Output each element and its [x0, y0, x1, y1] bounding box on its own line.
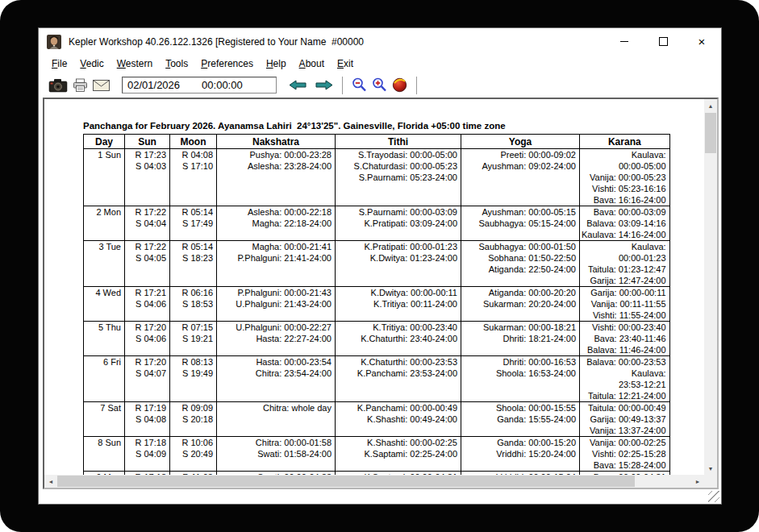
menu-western[interactable]: Western — [111, 56, 159, 72]
title-bar: Kepler Workshop 40.26.122.1326 [Register… — [39, 28, 721, 55]
app-icon — [47, 35, 61, 49]
cell-karana: Kaulava:00:00-05:00Vanija: 00:00-05:23Vi… — [580, 149, 670, 206]
maximize-button[interactable] — [644, 28, 682, 55]
toolbar-separator — [342, 77, 343, 94]
menu-help[interactable]: Help — [260, 56, 293, 72]
cell-nakshatra: Chitra: whole day — [217, 402, 336, 437]
table-row: 5 ThuR 17:20S 04:06R 07:15S 19:21U.Phalg… — [84, 322, 670, 356]
cell-tithi: K.Dwitya: 00:00-00:11K.Tritiya: 00:11-24… — [336, 287, 461, 322]
cell-yoga: Saubhagya: 00:00-01:50Sobhana: 01:50-22:… — [461, 241, 580, 287]
horizontal-scroll-thumb[interactable] — [57, 476, 635, 487]
report-title: Panchanga for February 2026. Ayanamsa La… — [83, 121, 506, 131]
horizontal-scrollbar[interactable]: ◄ ► — [44, 475, 704, 488]
cell-yoga: Ayushman: 00:00-05:15Saubhagya: 05:15-24… — [461, 206, 580, 241]
scrollbar-corner — [704, 475, 717, 488]
menu-about[interactable]: About — [293, 56, 331, 72]
cell-sun: R 17:23S 04:03 — [125, 149, 170, 206]
print-button[interactable] — [70, 77, 90, 94]
report-page: Panchanga for February 2026. Ayanamsa La… — [44, 99, 704, 475]
cell-karana: Garija: 00:00-00:11Vanija: 00:11-11:55Vi… — [580, 287, 670, 322]
menu-vedic[interactable]: Vedic — [73, 56, 110, 72]
table-row: 2 MonR 17:22S 04:04R 05:14S 17:49Aslesha… — [84, 206, 670, 241]
header-row: Day Sun Moon Nakshatra Tithi Yoga Karana — [84, 135, 670, 149]
col-header-karana: Karana — [580, 135, 670, 149]
toolbar-separator-2 — [416, 77, 417, 94]
cell-nakshatra: Magha: 00:00-21:41P.Phalguni: 21:41-24:0… — [217, 241, 336, 287]
scroll-up-button[interactable]: ▲ — [704, 99, 717, 112]
status-strip — [39, 489, 721, 504]
cell-tithi: K.Panchami: 00:00-00:49K.Shashti: 00:49-… — [336, 402, 461, 437]
cell-day: 5 Thu — [84, 322, 125, 356]
scroll-left-button[interactable]: ◄ — [44, 475, 57, 488]
zoom-out-icon — [352, 77, 367, 93]
planet-icon — [392, 77, 407, 93]
cell-sun: R 17:22S 04:05 — [125, 241, 170, 287]
planet-button[interactable] — [390, 77, 410, 94]
date-nav-group — [286, 79, 336, 91]
cell-tithi: K.Tritiya: 00:00-23:40K.Chaturthi: 23:40… — [336, 322, 461, 356]
cell-karana: Taitula: 00:00-00:49Garija: 00:49-13:37V… — [580, 402, 670, 437]
next-day-button[interactable] — [313, 79, 336, 91]
menu-bar: File Vedic Western Tools Preferences Hel… — [39, 55, 721, 73]
right-arrow-icon — [315, 80, 333, 90]
datetime-input[interactable]: 02/01/2026 00:00:00 — [122, 77, 277, 94]
zoom-out-button[interactable] — [349, 77, 369, 94]
window-title: Kepler Workshop 40.26.122.1326 [Register… — [69, 36, 364, 48]
zoom-in-icon — [372, 77, 387, 93]
maximize-icon — [659, 37, 668, 46]
cell-sun: R 17:20S 04:07 — [125, 356, 170, 402]
scroll-down-button[interactable]: ▼ — [704, 462, 717, 475]
app-window: Kepler Workshop 40.26.122.1326 [Register… — [39, 28, 721, 504]
table-row: 7 SatR 17:19S 04:08R 09:09S 20:18Chitra:… — [84, 402, 670, 437]
cell-yoga: Shoola: 00:00-15:55Ganda: 15:55-24:00 — [461, 402, 580, 437]
panchanga-table: Day Sun Moon Nakshatra Tithi Yoga Karana… — [83, 134, 670, 475]
minimize-button[interactable] — [605, 28, 644, 55]
cell-moon: R 05:14S 18:23 — [170, 241, 217, 287]
table-row: 3 TueR 17:22S 04:05R 05:14S 18:23Magha: … — [84, 241, 670, 287]
col-header-tithi: Tithi — [336, 135, 461, 149]
scroll-right-button[interactable]: ► — [691, 475, 704, 488]
cell-moon: R 07:15S 19:21 — [170, 322, 217, 356]
date-value: 02/01/2026 — [127, 79, 180, 91]
previous-day-button[interactable] — [286, 79, 309, 91]
menu-exit[interactable]: Exit — [331, 56, 360, 72]
close-button[interactable]: × — [682, 28, 721, 55]
cell-nakshatra: Pushya: 00:00-23:28Aslesha: 23:28-24:00 — [217, 149, 336, 206]
cell-day: 7 Sat — [84, 402, 125, 437]
menu-tools[interactable]: Tools — [159, 56, 194, 72]
col-header-nakshatra: Nakshatra — [217, 135, 336, 149]
col-header-yoga: Yoga — [461, 135, 580, 149]
col-header-day: Day — [84, 135, 125, 149]
table-row: 6 FriR 17:20S 04:07R 08:13S 19:49Hasta: … — [84, 356, 670, 402]
screen-background: Kepler Workshop 40.26.122.1326 [Register… — [0, 0, 759, 532]
vertical-scrollbar[interactable]: ▲ ▼ — [704, 99, 717, 475]
cell-nakshatra: Hasta: 00:00-23:54Chitra: 23:54-24:00 — [217, 356, 336, 402]
menu-file[interactable]: File — [45, 56, 73, 72]
close-icon: × — [699, 35, 706, 48]
cell-tithi: K.Shashti: 00:00-02:25K.Saptami: 02:25-2… — [336, 437, 461, 472]
cell-day: 8 Sun — [84, 437, 125, 472]
cell-sun: R 17:18S 04:09 — [125, 437, 170, 472]
cell-moon: R 06:16S 18:53 — [170, 287, 217, 322]
cell-yoga: Preeti: 00:00-09:02Ayushman: 09:02-24:00 — [461, 149, 580, 206]
resize-grip[interactable] — [708, 491, 719, 502]
cell-tithi: K.Chaturthi: 00:00-23:53K.Panchami: 23:5… — [336, 356, 461, 402]
time-value: 00:00:00 — [202, 79, 243, 91]
cell-sun: R 17:20S 04:06 — [125, 322, 170, 356]
cell-karana: Vanija: 00:00-02:25Vishti: 02:25-15:28Ba… — [580, 437, 670, 472]
cell-yoga: Ganda: 00:00-15:20Vriddhi: 15:20-24:00 — [461, 437, 580, 472]
cell-karana: Vishti: 00:00-23:40Bava: 23:40-11:46Bala… — [580, 322, 670, 356]
vertical-scroll-thumb[interactable] — [705, 113, 716, 153]
cell-tithi: S.Paurnami: 00:00-03:09K.Pratipati: 03:0… — [336, 206, 461, 241]
cell-moon: R 04:08S 17:10 — [170, 149, 217, 206]
cell-day: 4 Wed — [84, 287, 125, 322]
cell-yoga: Sukarman: 00:00-18:21Dhriti: 18:21-24:00 — [461, 322, 580, 356]
zoom-in-button[interactable] — [369, 77, 390, 94]
email-button[interactable] — [90, 79, 112, 92]
cell-sun: R 17:19S 04:08 — [125, 402, 170, 437]
camera-button[interactable] — [46, 77, 70, 94]
cell-day: 2 Mon — [84, 206, 125, 241]
menu-preferences[interactable]: Preferences — [194, 56, 260, 72]
cell-karana: Balava: 00:00-23:53Kaulava:23:53-12:21Ta… — [580, 356, 670, 402]
cell-sun: R 17:22S 04:04 — [125, 206, 170, 241]
